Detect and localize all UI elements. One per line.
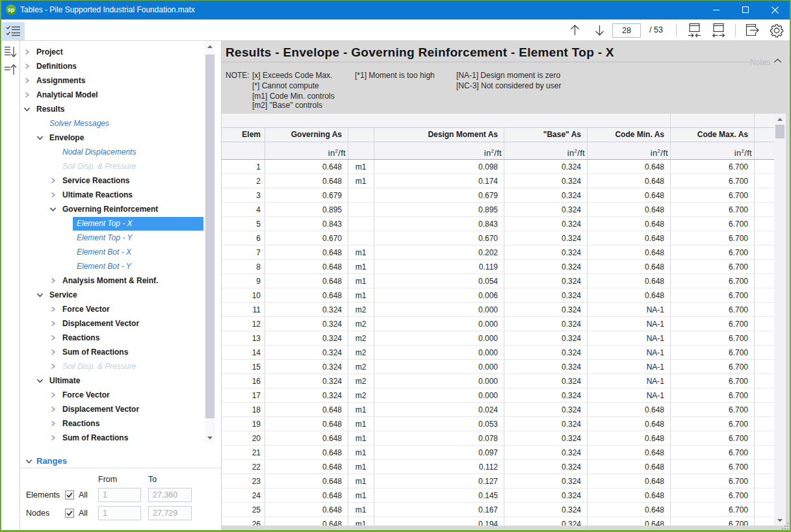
svg-text:sp: sp	[8, 6, 15, 13]
